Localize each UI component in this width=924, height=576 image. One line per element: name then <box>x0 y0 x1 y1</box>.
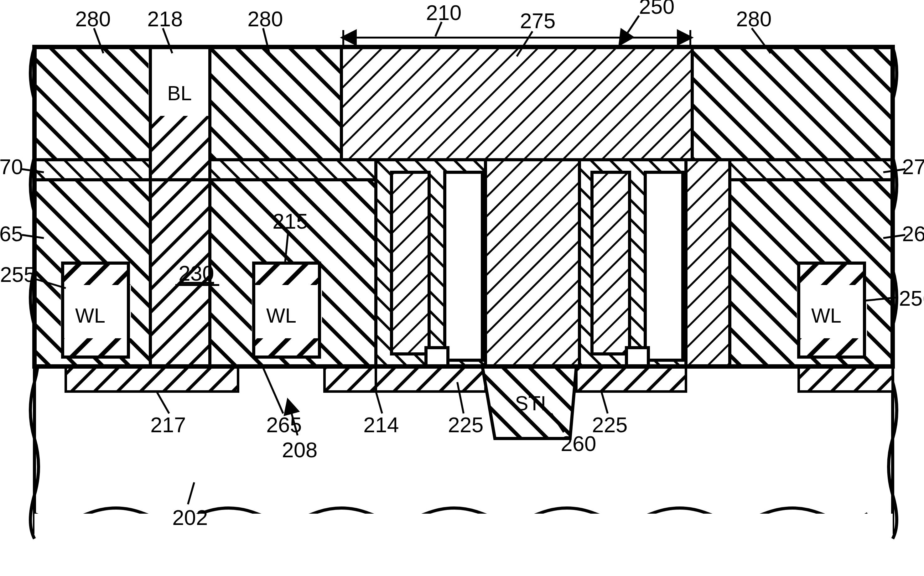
top-280-left <box>34 47 150 160</box>
lbl-210: 210 <box>426 1 461 24</box>
svg-rect-24 <box>392 172 429 354</box>
lbl-275: 275 <box>520 9 555 33</box>
lbl-260: 260 <box>561 432 596 455</box>
diagram-root: STI BL WL WL WL <box>0 0 924 576</box>
lbl-217: 217 <box>150 413 186 437</box>
wl-256: WL <box>797 263 867 357</box>
layer-225-left <box>376 366 486 392</box>
lbl-250: 250 <box>639 0 675 18</box>
lbl-214: 214 <box>363 413 399 437</box>
wl-215: WL <box>252 263 322 357</box>
wl-label-1: WL <box>75 304 105 327</box>
lbl-270R: 270 <box>902 155 924 179</box>
wl-255: WL <box>61 263 131 357</box>
layer-217 <box>66 366 238 392</box>
lbl-270L: 270 <box>0 155 23 179</box>
bl-label: BL <box>167 82 192 105</box>
wl-label-2: WL <box>266 304 296 327</box>
lbl-265L: 265 <box>0 222 23 246</box>
sti-label: STI <box>515 392 546 415</box>
svg-rect-25 <box>445 172 482 360</box>
lbl-215: 215 <box>272 209 308 233</box>
svg-rect-26 <box>426 348 448 366</box>
layer-225-right <box>576 366 686 392</box>
lbl-280b: 280 <box>248 7 283 31</box>
lbl-256: 256 <box>899 286 924 310</box>
svg-rect-11 <box>34 514 893 539</box>
top-275 <box>341 47 692 160</box>
top-280-right <box>692 47 893 160</box>
layer-right-edge <box>799 366 893 392</box>
svg-rect-30 <box>627 348 648 366</box>
lbl-280c: 280 <box>736 7 772 31</box>
svg-rect-32 <box>686 160 730 366</box>
svg-rect-29 <box>645 172 683 360</box>
lbl-218: 218 <box>147 7 182 31</box>
svg-rect-31 <box>486 160 579 366</box>
lbl-225a: 225 <box>448 413 483 437</box>
lbl-225b: 225 <box>592 413 627 437</box>
lbl-280a: 280 <box>75 7 110 31</box>
lbl-265B: 265 <box>266 413 302 437</box>
top-280-mid <box>210 47 341 160</box>
svg-rect-28 <box>592 172 630 354</box>
assembly-250 <box>376 160 730 366</box>
lbl-230: 230 <box>179 261 214 285</box>
svg-rect-12 <box>149 47 212 116</box>
wl-label-3: WL <box>811 304 841 327</box>
lbl-208: 208 <box>282 438 317 462</box>
lbl-265R: 265 <box>902 222 924 246</box>
lbl-255: 255 <box>0 262 35 286</box>
lbl-202: 202 <box>172 506 208 529</box>
